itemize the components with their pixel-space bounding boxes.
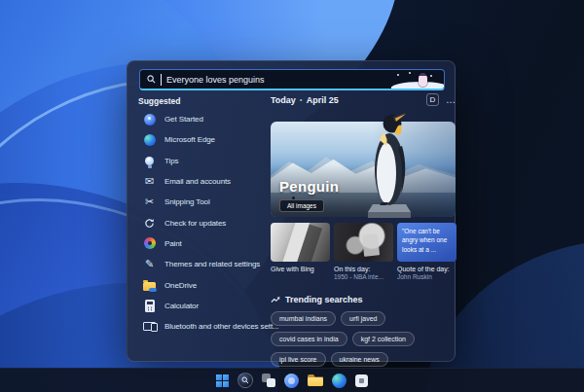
penguin-image: [365, 109, 414, 218]
search-query-text: Everyone loves penguins: [166, 75, 265, 85]
story-subcaption: John Ruskin: [397, 273, 456, 280]
story-image: [334, 223, 393, 262]
suggested-item-tips[interactable]: Tips: [128, 151, 270, 171]
tips-icon: [143, 155, 156, 167]
search-glyph: [241, 376, 249, 384]
devices-icon: [143, 320, 156, 333]
story-caption: Give with Bing: [271, 266, 330, 272]
email-icon: ✉: [143, 175, 156, 188]
item-label: Tips: [164, 157, 178, 165]
item-label: Email and accounts: [164, 177, 231, 186]
item-label: Themes and related settings: [164, 260, 260, 268]
story-caption: Quote of the day:: [397, 266, 456, 272]
trending-pill[interactable]: ipl live score: [271, 352, 326, 367]
item-label: Calculator: [164, 302, 199, 310]
story-caption: On this day:: [334, 266, 393, 272]
story-card-on-this-day[interactable]: On this day: 1950 - NBA inte...: [334, 223, 393, 280]
suggested-list: Get Started Microsoft Edge Tips ✉ Email …: [128, 109, 270, 337]
search-icon: [147, 75, 156, 84]
search-flyout-panel: Everyone loves penguins Suggested Get St…: [127, 60, 456, 362]
trending-pill[interactable]: covid cases in india: [271, 332, 347, 346]
all-images-button[interactable]: All images: [279, 199, 324, 212]
pinned-app-icon[interactable]: [355, 374, 368, 387]
get-started-icon: [143, 113, 156, 125]
suggested-item-snipping-tool[interactable]: ✂ Snipping Tool: [128, 192, 270, 212]
hero-title: Penguin: [279, 178, 339, 195]
date-label: April 25: [307, 95, 339, 105]
suggested-item-themes[interactable]: ✎ Themes and related settings: [128, 254, 270, 274]
daily-content-column: Today • April 25 D …: [271, 61, 456, 361]
trending-pill[interactable]: mumbai indians: [271, 311, 336, 326]
suggested-item-bluetooth-devices[interactable]: Bluetooth and other devices sett...: [128, 316, 270, 337]
trending-pill[interactable]: kgf 2 collection: [352, 332, 415, 346]
profile-badge[interactable]: D: [426, 93, 439, 106]
item-label: Snipping Tool: [164, 197, 210, 206]
item-label: Check for updates: [164, 219, 226, 228]
item-label: Microsoft Edge: [164, 135, 215, 144]
check-updates-icon: [143, 217, 156, 230]
suggested-heading: Suggested: [138, 96, 180, 106]
story-subcaption: 1950 - NBA inte...: [334, 273, 393, 280]
taskbar: [0, 368, 584, 392]
item-label: Paint: [164, 239, 182, 248]
edge-icon: [143, 133, 156, 146]
more-options-button[interactable]: …: [446, 94, 456, 105]
suggested-item-check-updates[interactable]: Check for updates: [128, 212, 270, 232]
paint-icon: [143, 237, 156, 250]
item-label: Bluetooth and other devices sett...: [164, 322, 278, 331]
story-card-row: Give with Bing On this day: 1950 - NBA i…: [271, 223, 456, 280]
story-image: [271, 223, 330, 262]
quote-text: "One can't be angry when one looks at a …: [397, 223, 456, 262]
suggested-item-calculator[interactable]: Calculator: [128, 296, 270, 316]
taskbar-search-icon[interactable]: [237, 373, 253, 388]
onedrive-icon: [143, 279, 156, 292]
separator-dot: •: [300, 95, 303, 104]
file-explorer-icon[interactable]: [308, 374, 323, 386]
task-view-icon[interactable]: [262, 374, 275, 387]
trending-section: Trending searches mumbai indians urfi ja…: [271, 295, 456, 367]
suggested-item-email-accounts[interactable]: ✉ Email and accounts: [128, 171, 270, 192]
suggested-item-get-started[interactable]: Get Started: [128, 109, 270, 129]
widgets-icon[interactable]: [284, 374, 299, 388]
edge-icon[interactable]: [332, 374, 347, 388]
calculator-icon: [143, 300, 156, 312]
trending-pills: mumbai indians urfi javed covid cases in…: [271, 311, 456, 367]
trending-pill[interactable]: ukraine news: [331, 352, 388, 367]
today-header: Today • April 25 D …: [271, 93, 456, 106]
snipping-tool-icon: ✂: [143, 196, 156, 208]
item-label: OneDrive: [164, 281, 197, 290]
trending-heading: Trending searches: [285, 295, 363, 304]
suggested-item-onedrive[interactable]: OneDrive: [128, 274, 270, 295]
hero-card-penguin[interactable]: Penguin All images: [271, 122, 456, 217]
windows-start-icon[interactable]: [216, 374, 229, 387]
trending-icon: [271, 295, 280, 304]
trending-pill[interactable]: urfi javed: [341, 311, 385, 326]
item-label: Get Started: [164, 115, 203, 124]
suggested-item-microsoft-edge[interactable]: Microsoft Edge: [128, 129, 270, 150]
today-label: Today: [271, 95, 296, 105]
text-cursor: [161, 74, 162, 86]
themes-icon: ✎: [143, 258, 156, 270]
story-card-give-with-bing[interactable]: Give with Bing: [271, 223, 330, 280]
suggested-item-paint[interactable]: Paint: [128, 233, 270, 254]
story-card-quote-of-the-day[interactable]: "One can't be angry when one looks at a …: [397, 223, 456, 280]
